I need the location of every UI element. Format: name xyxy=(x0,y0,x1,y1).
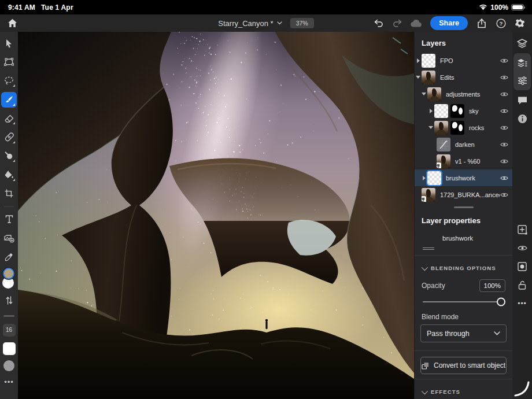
type-tool[interactable] xyxy=(1,212,17,227)
chevron-down-icon xyxy=(494,331,500,335)
opacity-slider-knob[interactable] xyxy=(497,298,505,306)
selected-layer-name: brushwork xyxy=(442,235,473,242)
layer-thumbnail[interactable] xyxy=(422,54,435,68)
layer-thumbnail[interactable] xyxy=(427,171,441,185)
disclosure-triangle[interactable] xyxy=(427,109,434,113)
top-toolbar: Starry_Canyon * 37% Share ? xyxy=(0,14,532,32)
document-title: Starry_Canyon * xyxy=(218,19,273,28)
layer-row-adjustments[interactable]: adjustments xyxy=(415,86,512,102)
lock-layer-button[interactable] xyxy=(513,276,531,294)
panel-drag-handle[interactable] xyxy=(454,206,474,208)
layer-row-v1[interactable]: v1 - %60 xyxy=(415,153,512,169)
layer-row-1729-burka[interactable]: 1729_BURKA...anced-NR33 xyxy=(415,186,512,203)
opacity-slider[interactable] xyxy=(423,301,504,302)
properties-sliders-icon[interactable] xyxy=(513,72,531,89)
layer-row-sky[interactable]: sky xyxy=(415,102,512,119)
swap-colors-button[interactable] xyxy=(1,294,17,306)
visibility-eye-icon[interactable] xyxy=(500,75,509,80)
crop-tool[interactable] xyxy=(1,186,17,201)
lasso-tool[interactable] xyxy=(1,73,17,88)
layer-thumbnail[interactable] xyxy=(422,71,435,84)
layer-row-fpo[interactable]: FPO xyxy=(415,52,512,69)
more-options-button[interactable]: ••• xyxy=(513,295,531,312)
blend-mode-label: Blend mode xyxy=(415,306,512,324)
layer-row-brushwork[interactable]: brushwork xyxy=(415,169,512,186)
layer-thumbnail[interactable] xyxy=(434,104,448,118)
layer-row-edits[interactable]: Edits xyxy=(415,69,512,86)
layer-properties-title: Layer properties xyxy=(415,209,512,230)
redo-button[interactable] xyxy=(390,16,405,30)
fill-tool[interactable] xyxy=(1,167,17,183)
zoom-level-badge[interactable]: 37% xyxy=(290,18,314,28)
add-layer-button[interactable] xyxy=(513,221,531,238)
blend-mode-select[interactable]: Pass through xyxy=(420,324,507,342)
visibility-eye-icon[interactable] xyxy=(500,192,509,198)
layer-row-rocks[interactable]: rocks xyxy=(415,119,512,136)
settings-gear-icon[interactable] xyxy=(512,16,527,30)
chevron-down-icon xyxy=(277,21,282,25)
layer-mask-button[interactable] xyxy=(513,258,531,275)
visibility-eye-icon[interactable] xyxy=(500,142,509,147)
convert-to-smart-object-button[interactable]: Convert to smart object xyxy=(420,357,507,374)
brush-tool[interactable] xyxy=(1,92,17,108)
comments-icon[interactable] xyxy=(513,91,531,109)
group-thumbnail xyxy=(422,231,437,246)
help-button[interactable]: ? xyxy=(493,16,508,30)
layer-properties-row: brushwork xyxy=(415,230,512,250)
info-icon[interactable] xyxy=(513,110,531,127)
visibility-eye-icon[interactable] xyxy=(500,108,509,114)
transform-tool[interactable] xyxy=(1,54,17,70)
move-tool[interactable] xyxy=(1,35,17,51)
disclosure-triangle[interactable] xyxy=(415,58,422,63)
smart-object-thumbnail[interactable] xyxy=(437,154,450,168)
battery-icon xyxy=(511,4,524,10)
visibility-eye-icon[interactable] xyxy=(500,158,509,164)
disclosure-triangle[interactable] xyxy=(420,176,427,180)
undo-button[interactable] xyxy=(371,16,386,30)
layers-view-icon[interactable] xyxy=(513,35,531,52)
effects-section[interactable]: EFFECTS xyxy=(415,384,512,399)
eyedropper-tool[interactable] xyxy=(1,249,17,265)
rail-more-button[interactable]: ••• xyxy=(4,378,14,386)
active-panel-group xyxy=(513,53,531,90)
cloud-sync-icon[interactable] xyxy=(409,16,424,30)
heal-tool[interactable] xyxy=(1,130,17,145)
battery-percent: 100% xyxy=(490,3,508,12)
visibility-eye-icon[interactable] xyxy=(500,58,509,64)
eraser-tool[interactable] xyxy=(1,110,17,126)
layer-visibility-button[interactable] xyxy=(513,239,531,257)
layer-row-darken[interactable]: darken xyxy=(415,136,512,153)
layer-mask-thumbnail[interactable] xyxy=(450,104,464,118)
layer-thumbnail[interactable] xyxy=(434,121,448,135)
rail-drag-handle[interactable] xyxy=(3,315,14,317)
disclosure-triangle[interactable] xyxy=(420,93,427,95)
blending-options-section[interactable]: BLENDING OPTIONS xyxy=(415,260,512,276)
export-icon[interactable] xyxy=(474,16,489,30)
foreground-color-well[interactable] xyxy=(3,268,14,279)
visibility-eye-icon[interactable] xyxy=(500,175,509,181)
layer-thumbnail[interactable] xyxy=(427,87,441,101)
smart-object-thumbnail[interactable] xyxy=(422,188,435,202)
smart-object-badge-icon xyxy=(422,196,426,202)
layers-detail-view-icon[interactable] xyxy=(513,54,531,72)
visibility-eye-icon[interactable] xyxy=(500,125,509,131)
place-photo-tool[interactable] xyxy=(1,230,17,246)
color-wells[interactable] xyxy=(1,268,17,291)
curves-adjustment-thumbnail[interactable] xyxy=(437,138,450,152)
brush-size-indicator[interactable]: 16 xyxy=(3,324,16,337)
share-button[interactable]: Share xyxy=(430,16,468,30)
svg-text:?: ? xyxy=(499,20,503,27)
clock-time: 9:41 AM xyxy=(8,3,35,12)
disclosure-triangle[interactable] xyxy=(427,126,434,129)
canvas-image[interactable] xyxy=(18,32,414,399)
layer-mask-thumbnail[interactable] xyxy=(450,121,464,135)
brush-opacity-indicator[interactable] xyxy=(3,360,14,371)
visibility-eye-icon[interactable] xyxy=(500,91,509,97)
opacity-value-field[interactable]: 100% xyxy=(479,279,505,292)
dodge-burn-tool[interactable] xyxy=(1,148,17,164)
disclosure-triangle[interactable] xyxy=(415,76,422,79)
document-title-menu[interactable]: Starry_Canyon * xyxy=(218,19,282,28)
brush-color-swatch[interactable] xyxy=(3,342,16,355)
home-button[interactable] xyxy=(5,16,20,30)
clock-date: Tue 1 Apr xyxy=(41,3,73,12)
